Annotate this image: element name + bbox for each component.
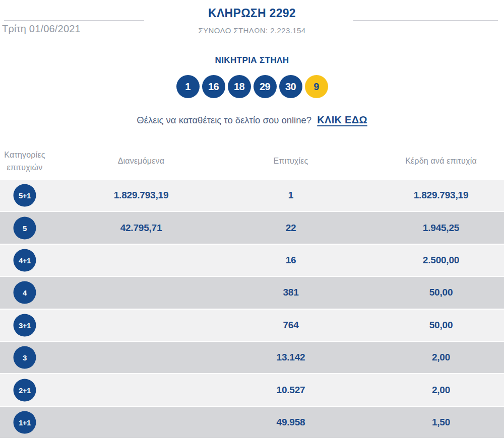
winners-value: 22 — [286, 223, 296, 234]
category-badge: 3+1 — [14, 314, 36, 336]
page-title: ΚΛΗΡΩΣΗ 2292 — [0, 7, 504, 20]
winning-column-heading: ΝΙΚΗΤΡΙΑ ΣΤΗΛΗ — [0, 55, 504, 65]
winners-value: 16 — [286, 255, 296, 266]
distributed-value: 42.795,71 — [120, 223, 162, 234]
table-row: 2+1 10.527 2,00 — [0, 374, 504, 405]
winners-value: 13.142 — [277, 352, 305, 363]
winning-number-ball: 30 — [279, 75, 302, 98]
category-badge: 2+1 — [14, 379, 36, 401]
column-header-distributed: Διανεμόμενα — [118, 157, 165, 166]
prize-value: 50,00 — [429, 287, 453, 298]
column-header-prize: Κέρδη ανά επιτυχία — [405, 157, 477, 166]
winners-value: 1 — [288, 190, 293, 201]
prize-value: 1.945,25 — [423, 223, 459, 234]
bonus-number-ball: 9 — [305, 75, 328, 98]
prize-value: 2,00 — [432, 352, 450, 363]
table-row: 5+1 1.829.793,19 1 1.829.793,19 — [0, 180, 504, 211]
winning-number-ball: 29 — [254, 75, 277, 98]
prize-value: 50,00 — [429, 320, 453, 331]
winners-value: 764 — [283, 320, 298, 331]
column-header-categories: Κατηγορίες επιτυχιών — [1, 149, 49, 174]
winners-value: 49.958 — [277, 417, 305, 428]
table-row: 4+1 16 2.500,00 — [0, 245, 504, 276]
click-here-link[interactable]: ΚΛΙΚ ΕΔΩ — [317, 114, 367, 125]
category-badge: 3 — [14, 346, 36, 369]
column-header-winners: Επιτυχίες — [274, 157, 308, 166]
category-badge: 4 — [14, 281, 36, 304]
table-row: 5 42.795,71 22 1.945,25 — [0, 212, 504, 243]
winning-number-ball: 1 — [176, 75, 200, 98]
winning-number-ball: 16 — [202, 75, 225, 98]
prize-value: 1.829.793,19 — [414, 190, 469, 201]
distributed-value: 1.829.793,19 — [114, 190, 169, 201]
table-row: 3 13.142 2,00 — [0, 342, 504, 373]
prize-value: 2,00 — [432, 385, 450, 396]
category-badge: 5 — [14, 216, 36, 239]
header-divider-right — [353, 20, 498, 21]
table-row: 3+1 764 50,00 — [0, 310, 504, 341]
prize-table-header: Κατηγορίες επιτυχιών Διανεμόμενα Επιτυχί… — [0, 142, 504, 180]
table-row: 4 381 50,00 — [0, 277, 504, 308]
winning-numbers: 1 16 18 29 30 9 — [0, 75, 504, 98]
winners-value: 10.527 — [277, 385, 305, 396]
prize-value: 2.500,00 — [423, 255, 459, 266]
prize-table: Κατηγορίες επιτυχιών Διανεμόμενα Επιτυχί… — [0, 142, 504, 439]
winning-number-ball: 18 — [228, 75, 251, 98]
category-badge: 1+1 — [14, 411, 36, 433]
category-badge: 4+1 — [14, 249, 36, 271]
promo-text: Θέλεις να καταθέτεις το δελτίο σου onlin… — [137, 115, 311, 125]
category-badge: 5+1 — [14, 184, 36, 207]
prize-value: 1,50 — [432, 417, 450, 428]
total-columns-label: ΣΥΝΟΛΟ ΣΤΗΛΩΝ: 2.223.154 — [0, 26, 504, 35]
table-row: 1+1 49.958 1,50 — [0, 407, 504, 438]
header-divider-left — [4, 20, 144, 21]
winners-value: 381 — [283, 287, 298, 298]
draw-results-page: ΚΛΗΡΩΣΗ 2292 Τρίτη 01/06/2021 ΣΥΝΟΛΟ ΣΤΗ… — [0, 0, 504, 440]
promo-line: Θέλεις να καταθέτεις το δελτίο σου onlin… — [0, 114, 504, 126]
